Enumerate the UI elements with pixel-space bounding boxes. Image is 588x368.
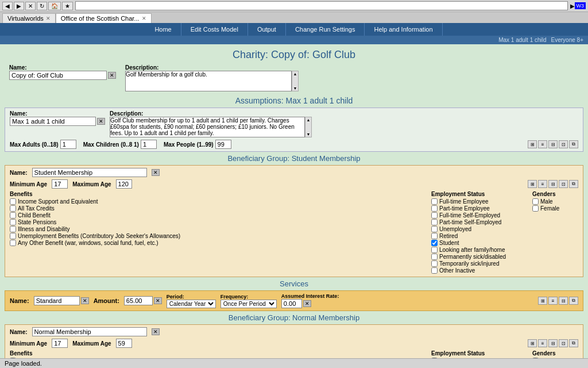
student-employment-title: Employment Status	[431, 191, 523, 197]
assumptions-icon-2[interactable]: ≡	[538, 140, 547, 148]
student-benefit-2-check[interactable]	[10, 212, 16, 218]
tab-office-close[interactable]: ✕	[142, 16, 146, 21]
charity-name-clear[interactable]: ✕	[108, 72, 116, 79]
nav-output[interactable]: Output	[248, 23, 286, 36]
nav-home[interactable]: Home	[145, 23, 181, 36]
assumptions-name-input[interactable]	[10, 117, 96, 126]
services-icon-4[interactable]: ⧉	[569, 297, 578, 305]
tab-virtualworlds-label: Virtualworlds	[7, 15, 44, 22]
services-icon-1[interactable]: ⊞	[538, 297, 547, 305]
max-children-input[interactable]	[141, 140, 157, 149]
normal-icon-5[interactable]: ⧉	[569, 339, 578, 347]
student-emp-10-check[interactable]	[431, 267, 438, 274]
student-gender-1-label: Female	[540, 205, 559, 212]
student-benefit-5-check[interactable]	[10, 233, 16, 239]
student-benefit-1: All Tax Credits	[10, 205, 422, 212]
assumptions-name-section: Name: ✕	[10, 110, 105, 126]
stop-btn[interactable]: ✕	[25, 2, 36, 10]
assumptions-icon-1[interactable]: ⊞	[528, 140, 537, 148]
student-benefit-5-label: Unemployment Benefits (Contributory Job …	[18, 233, 180, 239]
student-gender-1-check[interactable]	[532, 205, 539, 212]
tab-virtualworlds[interactable]: Virtualworlds ✕	[2, 13, 56, 23]
student-emp-7-check[interactable]	[431, 247, 438, 253]
services-amount-clear[interactable]: ✕	[154, 297, 162, 304]
student-icon-2[interactable]: ≡	[538, 180, 547, 188]
assumptions-desc-input[interactable]: Golf Club membership for up to 1 adult a…	[110, 117, 305, 137]
student-beneficiary-box: Name: ✕ Minimum Age Maximum Age ⊞ ≡ ⊟ ⊡ …	[5, 165, 583, 277]
tab-office[interactable]: Office of the Scottish Char... ✕	[56, 13, 152, 23]
student-bene-content: Benefits Income Support and Equivalent A…	[10, 191, 578, 274]
charity-desc-section: Description: Golf Membership for a golf …	[125, 64, 299, 91]
student-name-input[interactable]	[32, 168, 147, 177]
nav-buttons[interactable]: ◀ ▶ ✕ ↻ 🏠 ★	[2, 2, 73, 10]
home-btn[interactable]: 🏠	[48, 2, 61, 10]
normal-icon-2[interactable]: ≡	[538, 339, 547, 347]
services-name-input[interactable]	[34, 296, 80, 305]
nav-help[interactable]: Help and Information	[365, 23, 442, 36]
refresh-btn[interactable]: ↻	[37, 2, 47, 10]
student-gender-0: Male	[532, 198, 578, 205]
student-icon-4[interactable]: ⊡	[559, 180, 568, 188]
sub-nav: Max 1 adult 1 child Everyone 8+	[0, 36, 588, 44]
nav-edit[interactable]: Edit Costs Model	[181, 23, 248, 36]
nav-settings[interactable]: Change Run Settings	[286, 23, 365, 36]
services-amount-input[interactable]	[124, 296, 153, 305]
max-adults-input[interactable]	[60, 140, 76, 149]
student-min-age-input[interactable]	[52, 179, 68, 189]
student-gender-0-check[interactable]	[532, 198, 539, 205]
student-emp-9-check[interactable]	[431, 260, 438, 267]
tab-virtualworlds-close[interactable]: ✕	[46, 16, 51, 21]
charity-name-input[interactable]	[9, 71, 107, 80]
max-people-input[interactable]	[215, 140, 231, 149]
normal-min-age-input[interactable]	[52, 339, 68, 348]
address-input[interactable]: http://oscr/input/	[75, 1, 568, 10]
student-max-age-input[interactable]	[116, 179, 132, 189]
student-emp-8-check[interactable]	[431, 254, 438, 260]
student-name-clear[interactable]: ✕	[152, 169, 160, 176]
normal-max-age-input[interactable]	[116, 339, 132, 348]
student-emp-6-check[interactable]	[431, 240, 438, 246]
charity-desc-input[interactable]: Golf Membership for a golf club.	[125, 71, 292, 91]
student-emp-4-check[interactable]	[431, 226, 438, 232]
assumptions-icon-4[interactable]: ⊡	[559, 140, 568, 148]
services-period-select[interactable]: Calendar Year Tax Year Month Week	[167, 300, 216, 308]
normal-name-input[interactable]	[32, 327, 147, 336]
student-emp-1-check[interactable]	[431, 205, 438, 212]
services-icon-3[interactable]: ⊟	[559, 297, 568, 305]
assumptions-icon-3[interactable]: ⊟	[548, 140, 558, 148]
normal-group-title: Beneficiary Group: Normal Membership	[5, 313, 583, 322]
back-btn[interactable]: ◀	[2, 2, 13, 10]
student-benefit-3-check[interactable]	[10, 219, 16, 225]
student-emp-3-check[interactable]	[431, 219, 438, 225]
services-frequency-select[interactable]: Once Per Period Twice Per Period	[220, 300, 277, 308]
student-emp-2-check[interactable]	[431, 212, 438, 218]
student-benefit-6-check[interactable]	[10, 240, 16, 246]
assumptions-icon-5[interactable]: ⧉	[569, 140, 578, 148]
student-benefit-1-check[interactable]	[10, 205, 16, 212]
services-frequency-group: Frequency: Once Per Period Twice Per Per…	[220, 294, 277, 308]
student-emp-5-check[interactable]	[431, 233, 438, 239]
browser-btn[interactable]: ★	[62, 2, 73, 10]
normal-icon-4[interactable]: ⊡	[559, 339, 568, 347]
student-benefit-4-check[interactable]	[10, 226, 16, 232]
student-emp-0-check[interactable]	[431, 198, 438, 205]
subnav-everyone[interactable]: Everyone 8+	[551, 37, 583, 43]
services-interest-clear[interactable]: ✕	[303, 300, 311, 307]
normal-name-clear[interactable]: ✕	[152, 328, 160, 335]
student-icon-1[interactable]: ⊞	[528, 180, 537, 188]
go-btn[interactable]: ▶	[570, 3, 575, 9]
student-emp-0: Full-time Employee	[431, 198, 523, 205]
max-people-label: Max People (1..99)	[164, 141, 214, 148]
services-interest-input[interactable]	[281, 299, 302, 308]
assumptions-name-clear[interactable]: ✕	[97, 118, 105, 125]
forward-btn[interactable]: ▶	[14, 2, 24, 10]
normal-icon-1[interactable]: ⊞	[528, 339, 537, 347]
student-icon-3[interactable]: ⊟	[548, 180, 558, 188]
services-name-clear[interactable]: ✕	[81, 297, 89, 304]
student-icon-5[interactable]: ⧉	[569, 180, 578, 188]
services-icon-2[interactable]: ≡	[548, 297, 558, 305]
student-benefit-0-check[interactable]	[10, 198, 16, 205]
subnav-max[interactable]: Max 1 adult 1 child	[498, 37, 546, 43]
normal-icon-3[interactable]: ⊟	[548, 339, 558, 347]
status-text: Page loaded.	[5, 360, 42, 367]
